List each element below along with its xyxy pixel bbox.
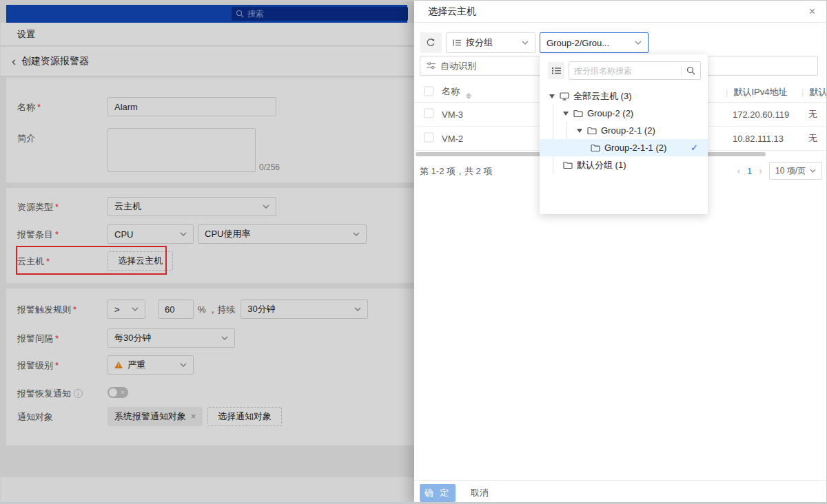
list-collapse-icon: [552, 67, 561, 74]
page-number[interactable]: 1: [747, 166, 752, 176]
drawer-toolbar: 按分组 Group-2/Grou...: [420, 32, 649, 53]
tree-item[interactable]: Group-2-1-1 (2)✓: [540, 139, 708, 156]
tree-item-label: 全部云主机 (3): [573, 90, 632, 103]
tree-item-label: Group-2-1 (2): [601, 125, 655, 136]
cancel-button[interactable]: 取消: [471, 487, 489, 499]
group-tree-dropdown: 全部云主机 (3)Group-2 (2)Group-2-1 (2)Group-2…: [540, 54, 708, 214]
vm-name: VM-3: [442, 109, 463, 120]
sort-icon[interactable]: [466, 93, 471, 99]
select-vm-drawer: 选择云主机 × 按分组 Group-2/Grou...: [414, 1, 827, 504]
folder-icon: [591, 144, 600, 152]
group-mode-value: 按分组: [466, 36, 493, 49]
column-header-ipv4: |默认IPv4地址: [726, 86, 787, 98]
page-size-value: 10 项/页: [775, 165, 806, 177]
search-icon[interactable]: [686, 66, 695, 75]
caret-down-icon[interactable]: [549, 94, 555, 98]
select-all-checkbox[interactable]: [424, 87, 433, 96]
row-checkbox[interactable]: [424, 109, 433, 118]
collapse-all-button[interactable]: [548, 62, 564, 79]
group-mode-select[interactable]: 按分组: [446, 32, 535, 53]
caret-down-icon[interactable]: [577, 129, 582, 133]
chevron-down-icon: [635, 41, 642, 45]
refresh-icon: [426, 38, 436, 48]
vm-ipv4: 10.82.111.13: [733, 134, 784, 144]
search-mode-label: 自动识别: [440, 60, 476, 72]
drawer-footer: 确 定 取消: [414, 480, 827, 504]
close-icon[interactable]: ×: [809, 6, 815, 17]
vm-icon: [560, 92, 569, 101]
tree-item-label: Group-2-1-1 (2): [604, 143, 666, 153]
tree-list-icon: [453, 39, 462, 47]
confirm-button[interactable]: 确 定: [420, 484, 456, 502]
chevron-down-icon: [810, 169, 816, 173]
folder-icon: [563, 161, 573, 169]
group-select-value: Group-2/Grou...: [547, 38, 609, 48]
column-header-name[interactable]: 名称: [442, 85, 471, 99]
vm-ipv4: 172.20.60.119: [733, 109, 789, 120]
tree-item[interactable]: Group-2 (2): [540, 105, 708, 122]
chevron-down-icon: [522, 41, 529, 45]
pagination: ‹ 1 › 10 项/页: [737, 162, 822, 180]
annotation-highlight-box: [16, 246, 167, 275]
tree-item[interactable]: Group-2-1 (2): [540, 122, 708, 139]
next-page-icon[interactable]: ›: [759, 165, 762, 176]
group-search-input[interactable]: [574, 66, 664, 76]
pagination-summary: 第 1-2 项，共 2 项: [420, 165, 492, 178]
folder-icon: [573, 109, 583, 118]
row-checkbox[interactable]: [424, 133, 433, 143]
caret-down-icon[interactable]: [563, 112, 569, 116]
app-window: 设置 ‹ 创建资源报警器 名称* Alarm 简介 0/256 资源类型* 云主…: [0, 0, 827, 504]
group-search-field[interactable]: [569, 61, 701, 80]
drawer-title: 选择云主机: [428, 6, 476, 18]
drawer-header: 选择云主机 ×: [414, 1, 827, 23]
filter-icon: [427, 62, 436, 70]
tree-item-label: Group-2 (2): [587, 108, 633, 118]
vm-extra: 无: [808, 108, 817, 120]
page-size-select[interactable]: 10 项/页: [769, 162, 822, 180]
refresh-button[interactable]: [420, 32, 442, 53]
column-header-extra: |默认: [802, 86, 827, 98]
folder-icon: [587, 127, 597, 135]
tree-item[interactable]: 默认分组 (1): [540, 156, 708, 174]
group-tree: 全部云主机 (3)Group-2 (2)Group-2-1 (2)Group-2…: [540, 87, 708, 174]
vm-name: VM-2: [442, 134, 463, 144]
check-icon: ✓: [691, 143, 698, 153]
prev-page-icon[interactable]: ‹: [737, 165, 740, 176]
tree-item[interactable]: 全部云主机 (3): [540, 87, 708, 105]
tree-item-label: 默认分组 (1): [577, 159, 626, 171]
vm-extra: 无: [808, 132, 817, 145]
divider: [681, 66, 682, 76]
group-select[interactable]: Group-2/Grou...: [540, 32, 649, 53]
